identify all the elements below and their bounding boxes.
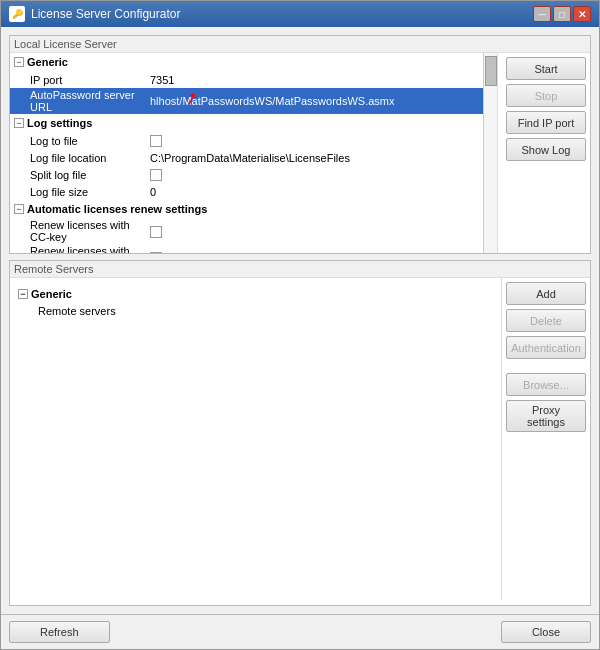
auto-renew-label: Automatic licenses renew settings — [27, 203, 207, 215]
browse-button[interactable]: Browse... — [506, 373, 586, 396]
close-button[interactable]: Close — [501, 621, 591, 643]
refresh-button[interactable]: Refresh — [9, 621, 110, 643]
renew-vouch-value — [150, 250, 493, 253]
window-title: License Server Configurator — [31, 7, 180, 21]
scrollbar-track[interactable] — [483, 53, 497, 253]
remote-right-buttons: Add Delete Authentication Browse... Prox… — [502, 278, 590, 600]
proxy-settings-button[interactable]: Proxy settings — [506, 400, 586, 432]
split-log-file-value — [150, 168, 493, 181]
autopassword-prop[interactable]: AutoPassword server URL hlhost/MatPasswo… — [10, 88, 497, 114]
renew-cc-value — [150, 224, 493, 237]
remote-sub-section: − Generic Remote servers — [14, 282, 497, 323]
ip-port-prop[interactable]: IP port 7351 — [10, 71, 497, 88]
ip-port-value: 7351 — [150, 74, 493, 86]
log-file-location-prop[interactable]: Log file location C:\ProgramData\Materia… — [10, 149, 497, 166]
authentication-button[interactable]: Authentication — [506, 336, 586, 359]
auto-renew-group-row[interactable]: − Automatic licenses renew settings — [10, 200, 497, 218]
add-button[interactable]: Add — [506, 282, 586, 305]
start-button[interactable]: Start — [506, 57, 586, 80]
log-settings-collapse-btn[interactable]: − — [14, 118, 24, 128]
log-file-size-label: Log file size — [30, 186, 150, 198]
title-bar-left: 🔑 License Server Configurator — [9, 6, 180, 22]
scrollbar-thumb[interactable] — [485, 56, 497, 86]
local-right-buttons: Start Stop Find IP port Show Log — [502, 53, 590, 253]
split-log-file-prop[interactable]: Split log file — [10, 166, 497, 183]
bottom-bar: Refresh Close — [1, 614, 599, 649]
log-settings-group-row[interactable]: − Log settings — [10, 114, 497, 132]
remote-generic-label: Generic — [31, 288, 72, 300]
find-ip-port-button[interactable]: Find IP port — [506, 111, 586, 134]
main-window: 🔑 License Server Configurator ─ □ ✕ Loca… — [0, 0, 600, 650]
spacer — [506, 363, 586, 369]
log-to-file-value — [150, 134, 493, 147]
autopassword-value: hlhost/MatPasswordsWS/MatPasswordsWS.asm… — [150, 95, 493, 107]
app-icon: 🔑 — [9, 6, 25, 22]
remote-server-header: Remote Servers — [10, 261, 590, 278]
stop-button[interactable]: Stop — [506, 84, 586, 107]
tree-scroll[interactable]: − Generic IP port 7351 AutoPassword serv… — [10, 53, 497, 253]
log-file-size-value: 0 — [150, 186, 493, 198]
window-content: Local License Server − Generic IP — [1, 27, 599, 614]
generic-collapse-btn[interactable]: − — [14, 57, 24, 67]
log-file-location-value: C:\ProgramData\Materialise\LicenseFiles — [150, 152, 493, 164]
title-buttons: ─ □ ✕ — [533, 6, 591, 22]
remote-body: − Generic Remote servers Add Delete — [10, 278, 590, 600]
autopassword-label: AutoPassword server URL — [30, 89, 150, 113]
title-bar: 🔑 License Server Configurator ─ □ ✕ — [1, 1, 599, 27]
local-server-header: Local License Server — [10, 36, 590, 53]
local-server-body: − Generic IP port 7351 AutoPassword serv… — [10, 53, 590, 253]
remote-servers-label: Remote servers — [38, 305, 158, 317]
remote-generic-collapse-btn[interactable]: − — [18, 289, 28, 299]
show-log-button[interactable]: Show Log — [506, 138, 586, 161]
log-settings-label: Log settings — [27, 117, 92, 129]
remote-servers-prop[interactable]: Remote servers — [18, 302, 493, 319]
maximize-button[interactable]: □ — [553, 6, 571, 22]
log-file-location-label: Log file location — [30, 152, 150, 164]
local-server-box: Local License Server − Generic IP — [9, 35, 591, 254]
renew-vouch-label: Renew licenses with Vouch... — [30, 245, 150, 253]
log-file-size-prop[interactable]: Log file size 0 — [10, 183, 497, 200]
generic-group-row[interactable]: − Generic — [10, 53, 497, 71]
remote-tree[interactable]: − Generic Remote servers — [10, 278, 502, 600]
tree-panel: − Generic IP port 7351 AutoPassword serv… — [10, 53, 498, 253]
generic-label: Generic — [27, 56, 68, 68]
renew-vouch-prop[interactable]: Renew licenses with Vouch... — [10, 244, 497, 253]
renew-cc-prop[interactable]: Renew licenses with CC-key — [10, 218, 497, 244]
remote-server-box: Remote Servers − Generic Remote servers — [9, 260, 591, 606]
log-to-file-prop[interactable]: Log to file — [10, 132, 497, 149]
log-to-file-label: Log to file — [30, 135, 150, 147]
ip-port-label: IP port — [30, 74, 150, 86]
split-log-file-label: Split log file — [30, 169, 150, 181]
minimize-button[interactable]: ─ — [533, 6, 551, 22]
close-window-button[interactable]: ✕ — [573, 6, 591, 22]
local-server-section: Local License Server − Generic IP — [9, 35, 591, 254]
auto-renew-collapse-btn[interactable]: − — [14, 204, 24, 214]
remote-section: Remote Servers − Generic Remote servers — [9, 260, 591, 606]
renew-cc-label: Renew licenses with CC-key — [30, 219, 150, 243]
delete-button[interactable]: Delete — [506, 309, 586, 332]
remote-generic-header[interactable]: − Generic — [18, 286, 493, 302]
